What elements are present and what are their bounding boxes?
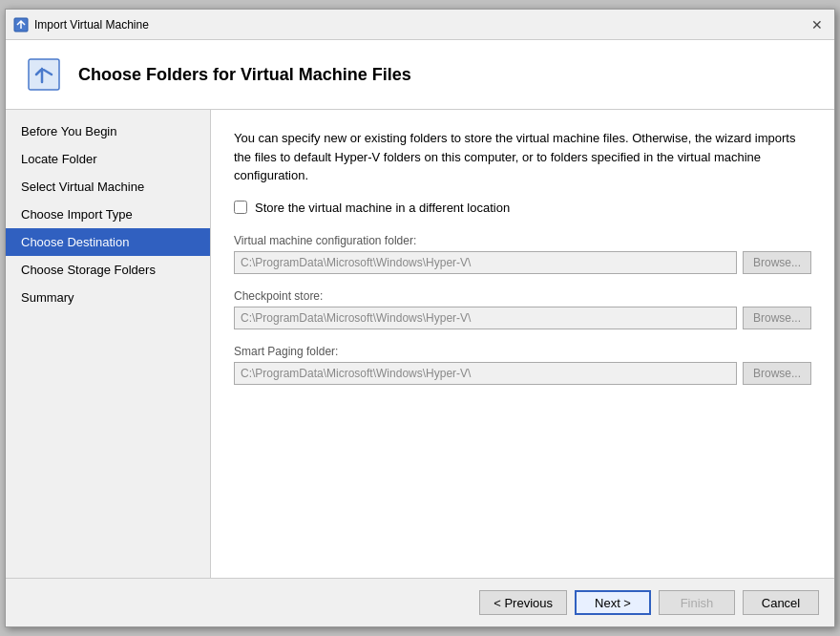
sidebar-item-choose-storage-folders[interactable]: Choose Storage Folders — [6, 256, 210, 284]
svg-rect-1 — [29, 59, 59, 90]
smart-paging-folder-group: Smart Paging folder: Browse... — [234, 345, 811, 385]
dialog-window: Import Virtual Machine ✕ Choose Folders … — [5, 9, 835, 627]
cancel-button[interactable]: Cancel — [743, 590, 819, 615]
vm-config-folder-label: Virtual machine configuration folder: — [234, 234, 811, 247]
previous-button[interactable]: < Previous — [479, 590, 567, 615]
title-bar-left: Import Virtual Machine — [13, 17, 149, 32]
sidebar-item-select-virtual-machine[interactable]: Select Virtual Machine — [6, 173, 210, 201]
sidebar-item-choose-destination[interactable]: Choose Destination — [6, 228, 210, 256]
next-button[interactable]: Next > — [575, 590, 651, 615]
store-different-location-checkbox[interactable] — [234, 201, 247, 214]
checkpoint-store-group: Checkpoint store: Browse... — [234, 289, 811, 329]
vm-config-browse-button[interactable]: Browse... — [743, 251, 811, 274]
footer: < Previous Next > Finish Cancel — [6, 578, 834, 626]
smart-paging-folder-input[interactable] — [234, 362, 737, 385]
sidebar-item-choose-import-type[interactable]: Choose Import Type — [6, 201, 210, 228]
sidebar: Before You Begin Locate Folder Select Vi… — [6, 110, 211, 578]
title-bar: Import Virtual Machine ✕ — [6, 10, 834, 40]
vm-config-folder-input-row: Browse... — [234, 251, 811, 274]
sidebar-item-before-you-begin[interactable]: Before You Begin — [6, 117, 210, 145]
main-content: You can specify new or existing folders … — [211, 110, 834, 578]
close-button[interactable]: ✕ — [808, 15, 827, 34]
finish-button[interactable]: Finish — [659, 590, 735, 615]
sidebar-item-summary[interactable]: Summary — [6, 284, 210, 311]
store-different-location-label: Store the virtual machine in a different… — [255, 201, 510, 215]
vm-config-folder-group: Virtual machine configuration folder: Br… — [234, 234, 811, 274]
header-icon — [25, 55, 63, 94]
smart-paging-browse-button[interactable]: Browse... — [743, 362, 811, 385]
sidebar-item-locate-folder[interactable]: Locate Folder — [6, 145, 210, 173]
title-bar-text: Import Virtual Machine — [34, 18, 149, 32]
description-text: You can specify new or existing folders … — [234, 129, 811, 185]
smart-paging-folder-label: Smart Paging folder: — [234, 345, 811, 358]
checkpoint-store-label: Checkpoint store: — [234, 289, 811, 303]
vm-config-folder-input[interactable] — [234, 251, 737, 274]
smart-paging-folder-input-row: Browse... — [234, 362, 811, 385]
store-different-location-row: Store the virtual machine in a different… — [234, 201, 811, 215]
import-vm-icon — [13, 17, 29, 32]
checkpoint-browse-button[interactable]: Browse... — [743, 307, 811, 329]
checkpoint-store-input-row: Browse... — [234, 307, 811, 329]
header-section: Choose Folders for Virtual Machine Files — [6, 40, 834, 110]
content-area: Before You Begin Locate Folder Select Vi… — [6, 110, 834, 578]
checkpoint-store-input[interactable] — [234, 307, 737, 329]
header-title: Choose Folders for Virtual Machine Files — [78, 65, 411, 85]
